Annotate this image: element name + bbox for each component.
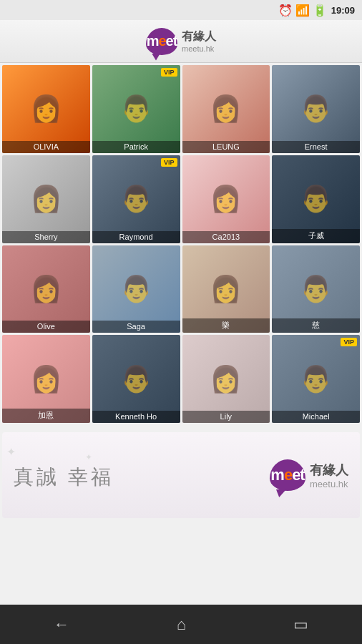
user-name-13: 加恩 (2, 409, 90, 423)
banner-right-text: 有緣人 meetu.hk (310, 462, 348, 489)
vip-badge-2: VIP (161, 68, 177, 77)
grid-item-6[interactable]: 👨VIPRaymond (92, 155, 180, 243)
user-name-7: Ca2013 (182, 231, 270, 243)
logo-domain: meetu.hk (182, 44, 214, 53)
user-name-11: 樂 (182, 318, 270, 333)
grid-item-7[interactable]: 👩Ca2013 (182, 155, 270, 243)
user-name-15: Lily (182, 411, 270, 423)
user-grid: 👩OLIVIA👨VIPPatrick👩LEUNG👨Ernest👩Sherry👨V… (0, 63, 362, 425)
avatar-6: 👨 (92, 155, 180, 243)
grid-item-14[interactable]: 👨Kenneth Ho (92, 335, 180, 423)
avatar-5: 👩 (2, 155, 90, 243)
banner-logo: meet 有緣人 meetu.hk (270, 459, 348, 491)
grid-item-15[interactable]: 👩Lily (182, 335, 270, 423)
grid-item-4[interactable]: 👨Ernest (272, 65, 360, 153)
grid-item-12[interactable]: 👨慈 (272, 245, 360, 333)
grid-item-5[interactable]: 👩Sherry (2, 155, 90, 243)
avatar-7: 👩 (182, 155, 270, 243)
banner-domain: meetu.hk (310, 479, 348, 489)
grid-item-10[interactable]: 👨Saga (92, 245, 180, 333)
status-bar: ⏰ 📶 🔋 19:09 (0, 0, 362, 20)
vip-badge-6: VIP (161, 158, 177, 167)
grid-item-11[interactable]: 👩樂 (182, 245, 270, 333)
logo: meet 有緣人 meetu.hk (146, 28, 216, 55)
avatar-9: 👩 (2, 245, 90, 333)
avatar-15: 👩 (182, 335, 270, 423)
logo-bubble: meet (146, 28, 177, 55)
logo-meet-text: meet (147, 33, 177, 49)
recent-button[interactable]: ▭ (293, 615, 308, 634)
alarm-icon: ⏰ (278, 4, 293, 17)
main-content[interactable]: 👩OLIVIA👨VIPPatrick👩LEUNG👨Ernest👩Sherry👨V… (0, 63, 362, 605)
user-name-9: Olive (2, 321, 90, 333)
logo-right: 有緣人 meetu.hk (182, 29, 216, 53)
user-name-5: Sherry (2, 231, 90, 243)
grid-item-2[interactable]: 👨VIPPatrick (92, 65, 180, 153)
grid-item-16[interactable]: 👨VIPMichael (272, 335, 360, 423)
user-name-3: LEUNG (182, 141, 270, 153)
back-button[interactable]: ← (54, 615, 69, 634)
avatar-4: 👨 (272, 65, 360, 153)
banner-tagline: 有緣人 (310, 462, 348, 479)
user-name-2: Patrick (92, 141, 180, 153)
avatar-2: 👨 (92, 65, 180, 153)
grid-item-8[interactable]: 👨子威 (272, 155, 360, 243)
banner-logo-bubble: meet (270, 459, 305, 491)
banner-meet-text: meet (270, 466, 304, 484)
user-name-8: 子威 (272, 229, 360, 243)
vip-badge-16: VIP (341, 338, 357, 346)
battery-icon: 🔋 (313, 4, 327, 17)
avatar-1: 👩 (2, 65, 90, 153)
avatar-10: 👨 (92, 245, 180, 333)
banner: ✦ ✦ 真誠 幸福 meet 有緣人 meetu.hk (2, 432, 360, 518)
bottom-nav: ← ⌂ ▭ (0, 605, 362, 644)
user-name-12: 慈 (272, 318, 360, 333)
user-name-14: Kenneth Ho (92, 411, 180, 423)
user-name-10: Saga (92, 321, 180, 333)
status-icons: ⏰ 📶 🔋 (278, 4, 327, 17)
avatar-3: 👩 (182, 65, 270, 153)
user-name-1: OLIVIA (2, 141, 90, 153)
logo-tagline: 有緣人 (182, 29, 216, 44)
home-button[interactable]: ⌂ (177, 615, 186, 634)
status-time: 19:09 (331, 5, 355, 16)
user-name-4: Ernest (272, 141, 360, 153)
grid-item-9[interactable]: 👩Olive (2, 245, 90, 333)
user-name-6: Raymond (92, 231, 180, 243)
wifi-icon: 📶 (295, 4, 310, 17)
banner-slogan: 真誠 幸福 (14, 464, 114, 491)
user-name-16: Michael (272, 411, 360, 423)
grid-item-13[interactable]: 👩加恩 (2, 335, 90, 423)
app-header: meet 有緣人 meetu.hk (0, 20, 362, 63)
avatar-14: 👨 (92, 335, 180, 423)
grid-item-3[interactable]: 👩LEUNG (182, 65, 270, 153)
grid-item-1[interactable]: 👩OLIVIA (2, 65, 90, 153)
avatar-16: 👨 (272, 335, 360, 423)
